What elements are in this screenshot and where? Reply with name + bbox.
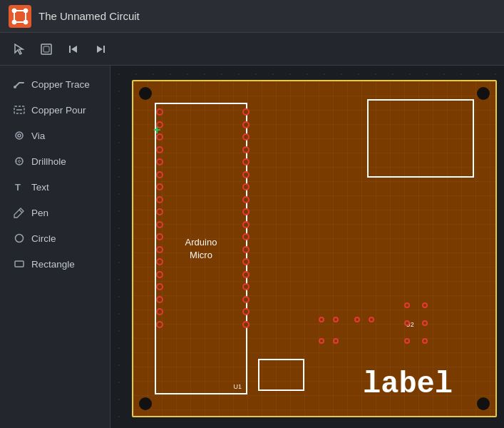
pin-dot: [242, 258, 250, 265]
text-icon: T: [13, 180, 26, 193]
u2-pin-dot: [422, 302, 428, 308]
u2-pin-dot: [369, 317, 374, 322]
pin-dot: [156, 258, 163, 265]
svg-rect-26: [15, 261, 24, 267]
svg-marker-13: [71, 46, 77, 53]
sidebar: Copper Trace Copper Pour Via: [0, 66, 110, 428]
text-label: Text: [31, 182, 49, 193]
copper-trace-label: Copper Trace: [31, 79, 90, 90]
u2-pin-dot: [354, 317, 360, 322]
pen-icon: [13, 206, 26, 219]
u2-pin-dot: [333, 338, 339, 344]
sidebar-item-copper-pour[interactable]: Copper Pour: [6, 98, 104, 121]
pin-dot: [156, 158, 163, 165]
svg-rect-12: [69, 46, 71, 53]
pin-dot: [242, 271, 250, 278]
main-area: Copper Trace Copper Pour Via: [0, 66, 504, 428]
sidebar-item-circle[interactable]: Circle: [6, 227, 104, 250]
sidebar-item-rectangle[interactable]: Rectangle: [6, 253, 104, 275]
svg-rect-11: [43, 46, 49, 52]
pin-dot: [242, 221, 250, 228]
pin-dot: [242, 196, 250, 203]
pin-dot: [156, 283, 163, 290]
u2-pin-dot: [404, 320, 410, 326]
pen-label: Pen: [31, 208, 48, 218]
u2-pin-dot: [422, 338, 428, 344]
corner-hole-bl: [139, 397, 152, 410]
board-label-text: label: [363, 367, 453, 402]
corner-hole-tr: [477, 87, 490, 100]
pin-dot: [156, 296, 163, 303]
pin-dot: [156, 183, 163, 190]
pin-dot: [156, 221, 163, 228]
arduino-micro-component: ArduinoMicro U1: [155, 103, 247, 394]
corner-hole-br: [477, 397, 490, 410]
pin-dot: [242, 121, 250, 128]
svg-rect-10: [41, 44, 51, 54]
pin-dot: [156, 246, 163, 253]
svg-point-19: [18, 134, 21, 137]
arduino-micro-label: ArduinoMicro: [185, 235, 217, 261]
svg-marker-15: [97, 46, 103, 53]
pin-dot: [242, 208, 250, 215]
pin-dot: [242, 321, 250, 328]
rect-component-bottom-left: [258, 359, 304, 391]
u2-pin-dot: [404, 302, 410, 308]
rect-component-top-right: [367, 99, 474, 178]
sidebar-item-pen[interactable]: Pen: [6, 201, 104, 224]
pin-dot: [242, 183, 250, 190]
pin-dot: [156, 308, 163, 315]
drillhole-label: Drillhole: [31, 156, 66, 167]
u2-pin-dot: [319, 338, 324, 344]
frame-tool-button[interactable]: [34, 37, 58, 61]
copper-pour-label: Copper Pour: [31, 105, 86, 116]
pin-dot: [156, 108, 163, 116]
sidebar-item-copper-trace[interactable]: Copper Trace: [6, 73, 104, 96]
sidebar-item-text[interactable]: T Text: [6, 175, 104, 198]
corner-hole-tl: [139, 87, 152, 100]
svg-point-25: [16, 235, 24, 243]
app-title: The Unnamed Circuit: [38, 10, 140, 22]
sidebar-item-drillhole[interactable]: Drillhole: [6, 150, 104, 173]
step-back-button[interactable]: [61, 37, 86, 61]
pin-dot: [156, 321, 163, 328]
copper-pour-icon: [13, 103, 26, 116]
pin-dot: [242, 171, 250, 178]
u2-pin-dot: [319, 317, 324, 322]
pin-dot: [242, 108, 250, 116]
pin-dot: [156, 208, 163, 215]
svg-point-18: [16, 132, 23, 139]
svg-text:T: T: [15, 182, 21, 193]
rectangle-label: Rectangle: [31, 259, 75, 270]
pin-dot: [242, 246, 250, 253]
pin-dot: [242, 158, 250, 165]
toolbar: [0, 33, 504, 66]
pin-dot: [242, 233, 250, 240]
rectangle-icon: [13, 258, 26, 270]
pin-dot: [156, 233, 163, 240]
app-logo: [9, 5, 31, 28]
svg-line-24: [19, 210, 22, 213]
pin-dot: [156, 196, 163, 203]
copper-trace-icon: [13, 78, 26, 91]
circle-label: Circle: [31, 233, 56, 244]
pin-dot: [156, 171, 163, 178]
u2-pin-dot: [404, 338, 410, 344]
selection-tool-button[interactable]: [7, 37, 31, 61]
svg-rect-0: [9, 5, 31, 28]
via-icon: [13, 129, 26, 142]
u2-pin-dot: [422, 320, 428, 326]
svg-point-16: [14, 86, 16, 88]
svg-marker-9: [15, 44, 23, 54]
u2-pin-dot: [333, 317, 339, 322]
crosshair: +: [153, 123, 161, 138]
pin-dot: [242, 296, 250, 303]
drillhole-icon: [13, 155, 26, 168]
sidebar-item-via[interactable]: Via: [6, 124, 104, 147]
pin-dot: [156, 271, 163, 278]
pin-dot: [242, 146, 250, 153]
pin-dot: [242, 133, 250, 141]
canvas-area[interactable]: + ArduinoMicro U1 U2 label: [110, 66, 504, 428]
title-bar: The Unnamed Circuit: [0, 0, 504, 33]
step-forward-button[interactable]: [88, 37, 113, 61]
